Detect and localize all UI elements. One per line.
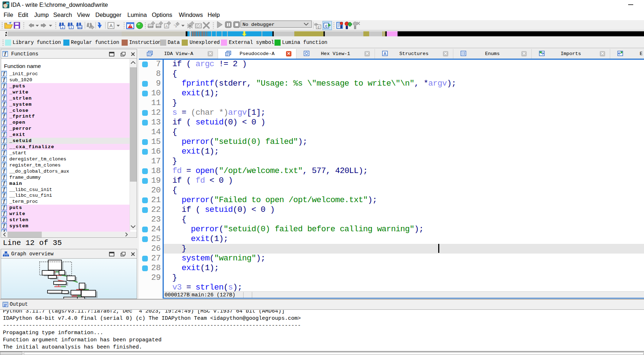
svg-text:A: A <box>109 23 113 28</box>
svg-text:c: c <box>325 23 328 28</box>
svg-text:CODE: CODE <box>148 26 154 28</box>
svg-text:A: A <box>165 24 168 28</box>
svg-text:101: 101 <box>77 26 82 29</box>
svg-text:c: c <box>318 25 320 29</box>
svg-text:No debugger: No debugger <box>242 22 275 27</box>
svg-text:#: # <box>62 26 64 29</box>
svg-text:T: T <box>71 26 72 29</box>
svg-text:DATA: DATA <box>156 26 162 28</box>
